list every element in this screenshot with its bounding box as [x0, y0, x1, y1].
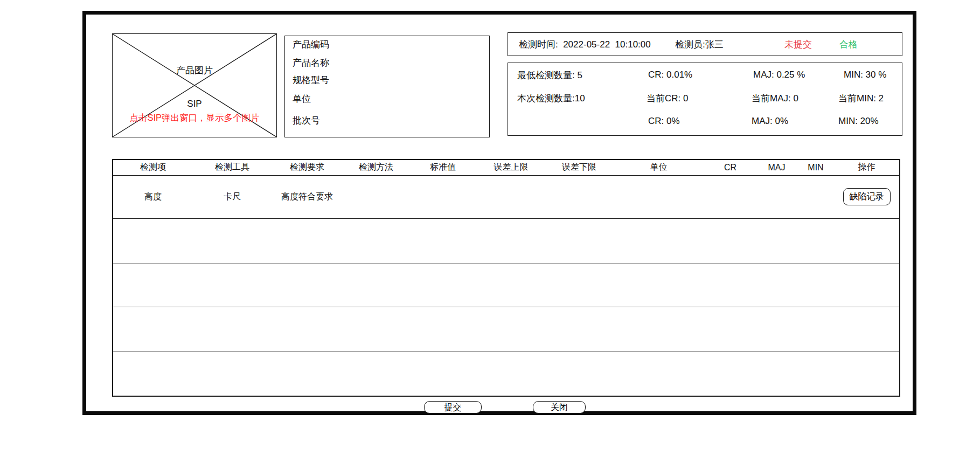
- inspection-header-bar: 检测时间: 2022-05-22 10:10:00 检测员:张三 未提交 合格: [508, 32, 902, 56]
- table-header-row: 检测项 检测工具 检测要求 检测方法 标准值 误差上限 误差下限 单位 CR M…: [113, 160, 900, 175]
- col-header-lower-limit: 误差下限: [546, 160, 613, 175]
- col-header-standard: 标准值: [409, 160, 476, 175]
- stat-current-qty: 本次检测数量:10: [517, 92, 585, 105]
- col-header-cr: CR: [705, 160, 756, 175]
- field-batch-number: 批次号: [293, 114, 320, 127]
- inspection-items-table: 检测项 检测工具 检测要求 检测方法 标准值 误差上限 误差下限 单位 CR M…: [112, 159, 900, 397]
- field-unit: 单位: [293, 93, 311, 105]
- stat-cr-limit: CR: 0.01%: [648, 70, 692, 80]
- sip-label[interactable]: SIP: [113, 99, 276, 109]
- sip-hint-text: 点击SIP弹出窗口，显示多个图片: [113, 112, 276, 124]
- product-image-title: 产品图片: [113, 64, 276, 77]
- stat-current-min: 当前MIN: 2: [838, 92, 884, 105]
- table-row-empty: [113, 264, 900, 307]
- submit-button[interactable]: 提交: [424, 401, 482, 413]
- col-header-action: 操作: [834, 160, 900, 175]
- table-row-empty: [113, 351, 900, 396]
- stat-current-maj: 当前MAJ: 0: [752, 92, 798, 105]
- col-header-min: MIN: [797, 160, 834, 175]
- stat-maj-rate: MAJ: 0%: [752, 116, 788, 127]
- inspector-name: 检测员:张三: [675, 38, 724, 51]
- inspection-time: 检测时间: 2022-05-22 10:10:00: [519, 38, 651, 51]
- table-row-empty: [113, 218, 900, 264]
- col-header-maj: MAJ: [756, 160, 797, 175]
- col-header-upper-limit: 误差上限: [476, 160, 546, 175]
- cell-tool: 卡尺: [193, 175, 272, 218]
- result-status-badge: 合格: [839, 38, 858, 51]
- stat-min-rate: MIN: 20%: [838, 116, 879, 127]
- submit-status-badge: 未提交: [784, 38, 812, 51]
- cell-requirement: 高度符合要求: [272, 175, 343, 218]
- col-header-method: 检测方法: [343, 160, 409, 175]
- defect-record-button[interactable]: 缺陷记录: [843, 188, 891, 205]
- product-info-panel: 产品编码 产品名称 规格型号 单位 批次号: [284, 36, 490, 137]
- field-product-code: 产品编码: [293, 38, 329, 51]
- close-button[interactable]: 关闭: [533, 401, 586, 413]
- stat-cr-rate: CR: 0%: [648, 116, 680, 127]
- col-header-unit: 单位: [613, 160, 705, 175]
- window-frame: 产品图片 SIP 点击SIP弹出窗口，显示多个图片 产品编码 产品名称 规格型号…: [82, 11, 916, 415]
- cell-action: 缺陷记录: [834, 175, 900, 218]
- stat-maj-limit: MAJ: 0.25 %: [753, 70, 805, 80]
- col-header-tool: 检测工具: [193, 160, 272, 175]
- field-product-name: 产品名称: [293, 57, 329, 69]
- stat-min-limit: MIN: 30 %: [844, 70, 886, 80]
- field-spec-model: 规格型号: [293, 74, 329, 86]
- table-row-empty: [113, 307, 900, 351]
- product-image-placeholder[interactable]: 产品图片 SIP 点击SIP弹出窗口，显示多个图片: [112, 33, 277, 137]
- inspection-stats-panel: 最低检测数量: 5 CR: 0.01% MAJ: 0.25 % MIN: 30 …: [508, 63, 902, 136]
- stat-current-cr: 当前CR: 0: [647, 92, 688, 105]
- col-header-requirement: 检测要求: [272, 160, 343, 175]
- cell-item: 高度: [113, 175, 193, 218]
- col-header-item: 检测项: [113, 160, 193, 175]
- stat-min-qty: 最低检测数量: 5: [517, 69, 582, 81]
- table-row: 高度 卡尺 高度符合要求 缺陷记录: [113, 175, 900, 218]
